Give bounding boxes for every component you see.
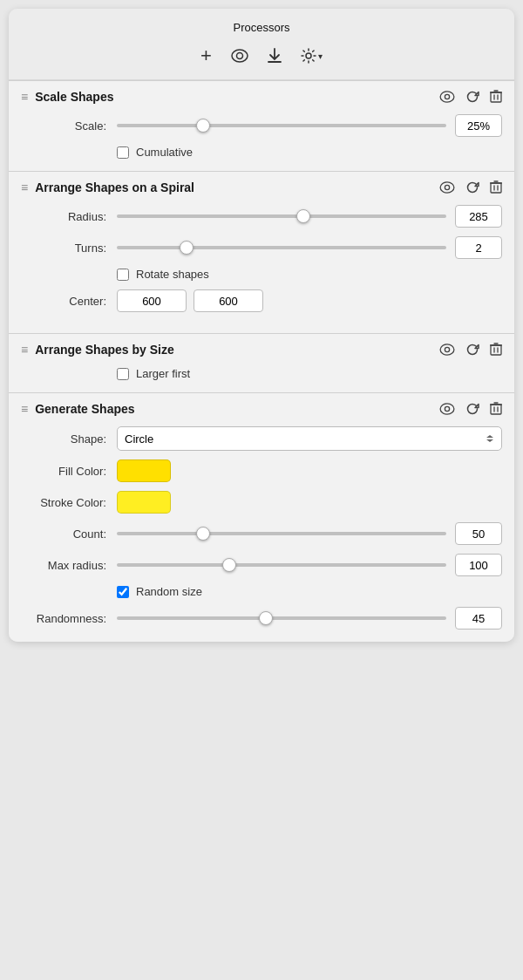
svg-point-12 (440, 404, 454, 414)
download-icon (268, 48, 282, 64)
panel-header: Processors + (9, 9, 514, 80)
shape-label: Shape: (21, 432, 117, 446)
spiral-reset-button[interactable] (465, 180, 479, 194)
svg-point-1 (236, 53, 242, 59)
scale-slider-container (117, 124, 446, 127)
svg-point-6 (440, 182, 454, 193)
shape-select-container: Circle Square Triangle Rectangle (117, 426, 502, 451)
scale-slider[interactable] (117, 124, 446, 127)
eye-icon (439, 91, 455, 103)
count-row: Count: (21, 522, 502, 545)
count-slider[interactable] (117, 532, 446, 535)
fill-color-swatch[interactable] (117, 459, 171, 482)
arrange-size-title: Arrange Shapes by Size (35, 343, 174, 357)
svg-rect-11 (491, 345, 501, 355)
download-button[interactable] (266, 46, 283, 65)
rotate-shapes-checkbox[interactable] (117, 269, 129, 281)
count-value-input[interactable] (455, 522, 502, 545)
randomness-slider[interactable] (117, 616, 446, 620)
panel-title: Processors (23, 21, 500, 34)
randomness-label: Randomness: (21, 612, 117, 625)
radius-slider[interactable] (117, 214, 446, 218)
turns-row: Turns: (21, 236, 502, 259)
generate-shapes-title: Generate Shapes (35, 402, 134, 416)
arrange-size-title-group: ≡ Arrange Shapes by Size (21, 343, 174, 357)
shape-select[interactable]: Circle Square Triangle Rectangle (117, 426, 502, 451)
scale-shapes-actions (439, 90, 502, 104)
center-y-input[interactable] (194, 289, 263, 312)
gear-chevron-icon: ▾ (318, 51, 323, 61)
size-delete-button[interactable] (490, 343, 502, 357)
reset-icon (465, 180, 479, 194)
turns-slider-container (117, 246, 446, 249)
turns-value-input[interactable] (455, 236, 502, 259)
fill-color-label: Fill Color: (21, 465, 117, 478)
larger-first-checkbox[interactable] (117, 368, 129, 380)
turns-slider[interactable] (117, 246, 446, 249)
svg-point-9 (440, 344, 454, 355)
generate-shapes-title-group: ≡ Generate Shapes (21, 402, 135, 416)
scale-row: Scale: (21, 114, 502, 137)
randomness-value-input[interactable] (455, 607, 502, 630)
generate-delete-button[interactable] (490, 402, 502, 416)
radius-value-input[interactable] (455, 205, 502, 228)
arrange-size-actions (439, 343, 502, 357)
trash-icon (490, 90, 502, 104)
scale-shapes-title-group: ≡ Scale Shapes (21, 90, 113, 104)
randomness-row: Randomness: (21, 607, 502, 630)
arrange-spiral-section: ≡ Arrange Shapes on a Spiral (9, 171, 514, 333)
radius-slider-container (117, 214, 446, 218)
radius-label: Radius: (21, 210, 117, 223)
add-button[interactable]: + (199, 44, 214, 67)
reset-icon (465, 402, 479, 416)
stroke-color-swatch[interactable] (117, 491, 171, 514)
size-reset-button[interactable] (465, 343, 479, 357)
center-x-input[interactable] (117, 289, 187, 312)
random-size-label: Random size (136, 585, 202, 598)
turns-label: Turns: (21, 242, 117, 255)
center-label: Center: (21, 295, 117, 308)
drag-icon-spiral: ≡ (21, 180, 28, 194)
fill-color-row: Fill Color: (21, 459, 502, 482)
random-size-checkbox[interactable] (117, 586, 129, 598)
scale-shapes-visibility-button[interactable] (439, 91, 455, 103)
spiral-visibility-button[interactable] (439, 181, 455, 194)
max-radius-value-input[interactable] (455, 554, 502, 576)
spiral-delete-button[interactable] (490, 180, 502, 194)
arrange-spiral-actions (439, 180, 502, 194)
eye-icon (231, 49, 248, 63)
arrange-spiral-header: ≡ Arrange Shapes on a Spiral (21, 180, 502, 194)
gear-button[interactable]: ▾ (299, 46, 324, 65)
scale-value-input[interactable] (455, 114, 502, 137)
reset-icon (465, 90, 479, 104)
cumulative-label: Cumulative (136, 146, 193, 159)
drag-icon: ≡ (21, 90, 28, 104)
gear-icon (301, 48, 316, 64)
eye-button[interactable] (229, 47, 250, 65)
rotate-shapes-label: Rotate shapes (136, 268, 209, 281)
scale-shapes-title: Scale Shapes (35, 90, 113, 104)
scale-shapes-reset-button[interactable] (465, 90, 479, 104)
size-visibility-button[interactable] (439, 344, 455, 356)
arrange-spiral-title: Arrange Shapes on a Spiral (35, 180, 194, 194)
toolbar: + ▾ (23, 41, 500, 72)
generate-visibility-button[interactable] (439, 403, 455, 415)
generate-reset-button[interactable] (465, 402, 479, 416)
max-radius-slider[interactable] (117, 563, 446, 567)
svg-rect-8 (491, 183, 501, 193)
drag-icon-generate: ≡ (21, 402, 28, 416)
cumulative-checkbox[interactable] (117, 146, 129, 159)
scale-shapes-section: ≡ Scale Shapes (9, 80, 514, 171)
radius-row: Radius: (21, 205, 502, 228)
max-radius-slider-container (117, 563, 446, 567)
shape-row: Shape: Circle Square Triangle Rectangle (21, 426, 502, 451)
center-inputs (117, 289, 263, 312)
trash-icon (490, 180, 502, 194)
scale-shapes-delete-button[interactable] (490, 90, 502, 104)
svg-point-0 (232, 50, 248, 62)
larger-first-row: Larger first (117, 367, 502, 380)
eye-icon (439, 344, 455, 356)
arrange-size-section: ≡ Arrange Shapes by Size (9, 333, 514, 392)
trash-icon (490, 402, 502, 416)
trash-icon (490, 343, 502, 357)
